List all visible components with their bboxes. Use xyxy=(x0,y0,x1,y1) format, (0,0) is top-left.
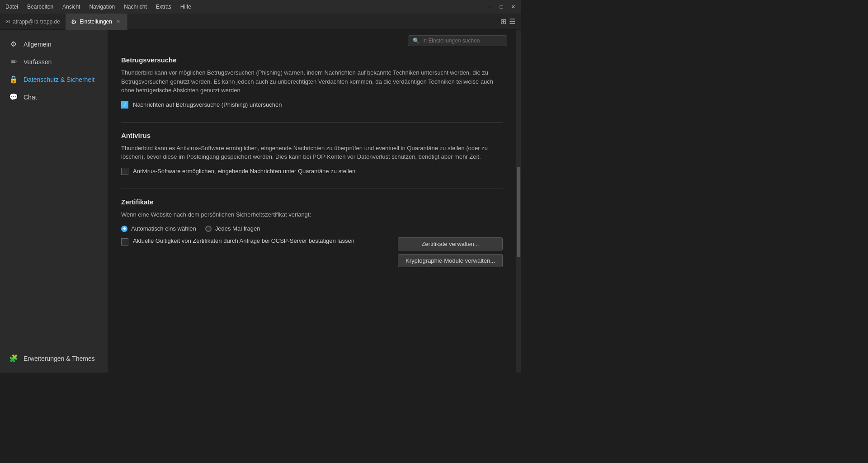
antivirus-checkbox-row: Antivirus-Software ermöglichen, eingehen… xyxy=(121,168,503,175)
sidebar-item-verfassen-label: Verfassen xyxy=(24,58,52,66)
maximize-button[interactable]: □ xyxy=(497,3,505,11)
sidebar-item-allgemein-label: Allgemein xyxy=(24,41,51,48)
betrug-title: Betrugsversuche xyxy=(121,56,503,64)
radio-ask[interactable]: Jedes Mal fragen xyxy=(205,225,260,232)
betrug-checkbox-label[interactable]: Nachrichten auf Betrugsversuche (Phishin… xyxy=(133,101,282,108)
scrollbar-track[interactable] xyxy=(516,30,521,373)
window-controls: ─ □ ✕ xyxy=(486,3,517,11)
kryptographie-module-button[interactable]: Kryptographie-Module verwalten... xyxy=(398,254,503,267)
zertifikate-verwalten-button[interactable]: Zertifikate verwalten... xyxy=(398,237,503,250)
section-betrug: Betrugsversuche Thunderbird kann vor mög… xyxy=(121,56,503,109)
gear-icon: ⚙ xyxy=(9,40,18,48)
tab-grid-icon[interactable]: ⊞ xyxy=(500,17,506,26)
search-icon: 🔍 xyxy=(413,38,420,44)
sidebar-item-chat[interactable]: 💬 Chat xyxy=(0,88,108,106)
section-antivirus: Antivirus Thunderbird kann es Antivirus-… xyxy=(121,132,503,175)
tab-menu-icon[interactable]: ☰ xyxy=(509,17,515,26)
radio-auto-label: Automatisch eins wählen xyxy=(131,225,196,232)
radio-auto[interactable]: Automatisch eins wählen xyxy=(121,225,196,232)
minimize-button[interactable]: ─ xyxy=(486,3,494,11)
radio-ask-circle xyxy=(205,226,212,232)
settings-tab-label: Einstellungen xyxy=(80,19,112,25)
betrug-checkbox-row: Nachrichten auf Betrugsversuche (Phishin… xyxy=(121,101,503,109)
antivirus-description: Thunderbird kann es Antivirus-Software e… xyxy=(121,144,503,161)
zertifikate-cert-row: Aktuelle Gültigkeit von Zertifikaten dur… xyxy=(121,237,503,267)
divider-2 xyxy=(121,189,503,189)
search-box[interactable]: 🔍 xyxy=(408,35,507,46)
email-tab-icon: ✉ xyxy=(5,19,10,25)
sidebar-item-chat-label: Chat xyxy=(24,94,37,101)
main-layout: ⚙ Allgemein ✏ Verfassen 🔒 Datenschutz & … xyxy=(0,30,521,373)
menu-ansicht[interactable]: Ansicht xyxy=(61,3,82,11)
lock-icon: 🔒 xyxy=(9,75,18,84)
sidebar-item-datenschutz[interactable]: 🔒 Datenschutz & Sicherheit xyxy=(0,71,108,88)
zertifikate-radio-row: Automatisch eins wählen Jedes Mal fragen xyxy=(121,225,503,232)
menu-extras[interactable]: Extras xyxy=(154,3,173,11)
sidebar-item-verfassen[interactable]: ✏ Verfassen xyxy=(0,53,108,71)
antivirus-checkbox-label[interactable]: Antivirus-Software ermöglichen, eingehen… xyxy=(133,168,355,175)
radio-ask-label: Jedes Mal fragen xyxy=(215,225,260,232)
puzzle-icon: 🧩 xyxy=(9,354,18,363)
content-area: 🔍 Betrugsversuche Thunderbird kann vor m… xyxy=(108,30,516,373)
sidebar-item-datenschutz-label: Datenschutz & Sicherheit xyxy=(24,76,94,83)
menu-datei[interactable]: Datei xyxy=(4,3,20,11)
sidebar-item-allgemein[interactable]: ⚙ Allgemein xyxy=(0,35,108,53)
cert-buttons: Zertifikate verwalten... Kryptographie-M… xyxy=(398,237,503,267)
settings-tab-icon: ⚙ xyxy=(71,18,77,25)
content-scroll[interactable]: Betrugsversuche Thunderbird kann vor mög… xyxy=(108,52,516,373)
sidebar-item-erweiterungen-label: Erweiterungen & Themes xyxy=(24,355,95,362)
content-header: 🔍 xyxy=(108,30,516,52)
betrug-description: Thunderbird kann vor möglichen Betrugsve… xyxy=(121,68,503,95)
settings-tab-close[interactable]: ✕ xyxy=(115,18,122,25)
cert-checkbox-label[interactable]: Aktuelle Gültigkeit von Zertifikaten dur… xyxy=(133,237,354,244)
cert-checkbox[interactable] xyxy=(121,238,128,246)
antivirus-title: Antivirus xyxy=(121,132,503,139)
menu-nachricht[interactable]: Nachricht xyxy=(122,3,149,11)
pencil-icon: ✏ xyxy=(9,57,18,66)
zertifikate-title: Zertifikate xyxy=(121,198,503,206)
email-tab-label: atrapp@ra-trapp.de xyxy=(13,19,60,25)
scrollbar-thumb[interactable] xyxy=(517,167,520,257)
tabbar-icons: ⊞ ☰ xyxy=(500,17,521,26)
menu-hilfe[interactable]: Hilfe xyxy=(179,3,193,11)
menu-bar: Datei Bearbeiten Ansicht Navigation Nach… xyxy=(4,3,193,11)
divider-1 xyxy=(121,122,503,123)
betrug-checkbox[interactable] xyxy=(121,101,128,109)
section-zertifikate: Zertifikate Wenn eine Website nach dem p… xyxy=(121,198,503,268)
radio-auto-circle xyxy=(121,226,127,232)
titlebar: Datei Bearbeiten Ansicht Navigation Nach… xyxy=(0,0,521,14)
antivirus-checkbox[interactable] xyxy=(121,168,128,175)
search-input[interactable] xyxy=(422,38,502,44)
settings-tab[interactable]: ⚙ Einstellungen ✕ xyxy=(66,14,128,30)
close-button[interactable]: ✕ xyxy=(509,3,517,11)
menu-navigation[interactable]: Navigation xyxy=(87,3,117,11)
menu-bearbeiten[interactable]: Bearbeiten xyxy=(25,3,55,11)
chat-icon: 💬 xyxy=(9,93,18,101)
sidebar: ⚙ Allgemein ✏ Verfassen 🔒 Datenschutz & … xyxy=(0,30,108,373)
email-tab[interactable]: ✉ atrapp@ra-trapp.de xyxy=(0,14,66,30)
tab-bar: ✉ atrapp@ra-trapp.de ⚙ Einstellungen ✕ ⊞… xyxy=(0,14,521,30)
cert-checkbox-area: Aktuelle Gültigkeit von Zertifikaten dur… xyxy=(121,237,391,246)
zertifikate-description: Wenn eine Website nach dem persönlichen … xyxy=(121,210,503,219)
sidebar-item-erweiterungen[interactable]: 🧩 Erweiterungen & Themes xyxy=(0,350,108,367)
